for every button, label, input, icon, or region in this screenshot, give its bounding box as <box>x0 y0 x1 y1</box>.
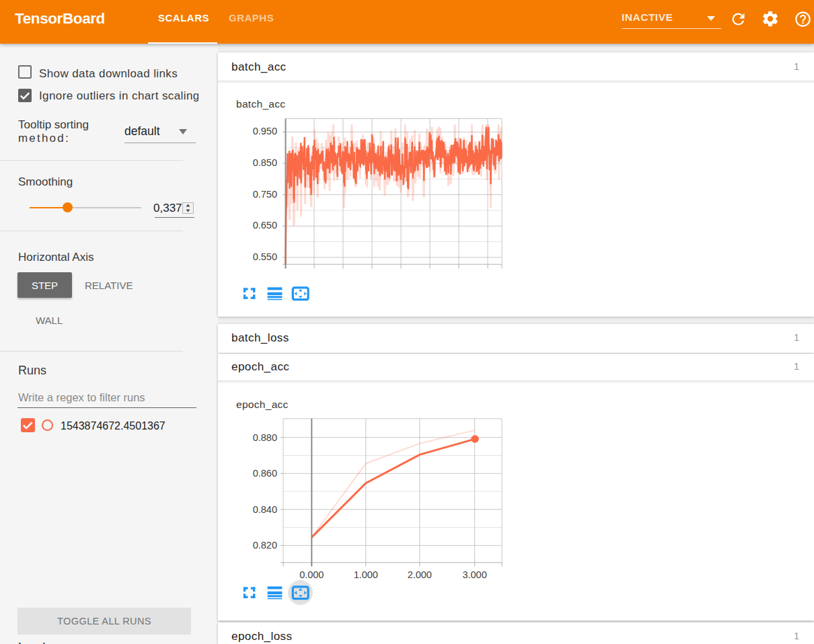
svg-text:0.860: 0.860 <box>253 468 277 479</box>
svg-text:0.840: 0.840 <box>253 504 277 515</box>
svg-text:0.850: 0.850 <box>253 157 277 168</box>
svg-text:1.000: 1.000 <box>354 569 378 580</box>
svg-text:2.000: 2.000 <box>408 569 432 580</box>
svg-text:3.000: 3.000 <box>462 569 486 580</box>
svg-text:0.000: 0.000 <box>299 569 324 580</box>
svg-text:0.950: 0.950 <box>253 126 277 136</box>
svg-text:0.550: 0.550 <box>253 251 277 262</box>
svg-text:0.880: 0.880 <box>253 432 277 443</box>
svg-text:0.820: 0.820 <box>253 540 277 551</box>
svg-text:0.750: 0.750 <box>253 189 277 200</box>
svg-text:0.650: 0.650 <box>253 220 277 231</box>
